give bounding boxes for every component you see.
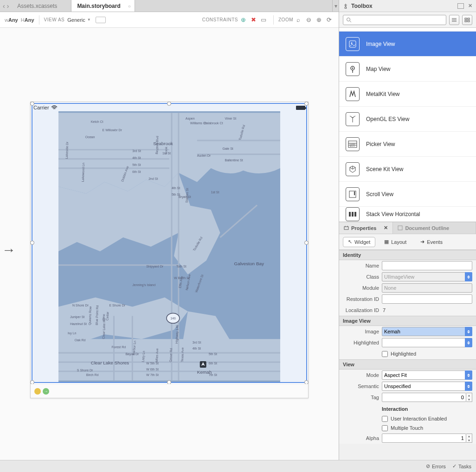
toolbox-header: Toolbox ✕ [339, 0, 476, 12]
highlighted-checkbox[interactable] [382, 351, 388, 357]
status-bar-bottom: ⊘Errors ✓Tasks [0, 460, 476, 472]
exit-icon[interactable] [43, 388, 49, 395]
image-combo[interactable] [382, 327, 472, 336]
svg-text:Ipsum: Ipsum [350, 145, 355, 147]
toolbox-title: Toolbox [351, 3, 373, 9]
toolbox-item-image[interactable]: Image View [339, 32, 476, 57]
tag-input[interactable] [382, 393, 466, 402]
class-combo[interactable] [382, 272, 472, 281]
svg-rect-79 [465, 20, 467, 22]
tab-overflow-icon[interactable]: ▾ [332, 0, 339, 12]
mode-combo[interactable] [382, 370, 472, 380]
nav-fwd-icon[interactable]: › [7, 2, 9, 10]
search-icon [346, 17, 352, 23]
toolbox-item-scroll[interactable]: Scroll View [339, 182, 476, 207]
name-input[interactable] [382, 261, 472, 270]
size-class[interactable]: wAny HAny [5, 17, 34, 23]
toolbox-item-label: Image View [366, 41, 395, 47]
dropdown-icon[interactable] [465, 382, 472, 391]
properties-tab[interactable]: Properties ✕ [339, 222, 393, 234]
tasks-button[interactable]: ✓Tasks [452, 463, 471, 469]
resize-handle[interactable] [304, 241, 309, 245]
svg-rect-94 [354, 191, 355, 195]
properties-subtabs: ↖Widget ▦Layout ➜Events [339, 234, 476, 250]
label-image: Image [343, 329, 382, 334]
errors-button[interactable]: ⊘Errors [426, 463, 446, 469]
restoration-input[interactable] [382, 294, 472, 304]
label-alpha: Alpha [343, 435, 382, 441]
toolbox-item-scene[interactable]: Scene Kit View [339, 157, 476, 182]
toolbox-item-opengl[interactable]: OpenGL ES View [339, 107, 476, 132]
dropdown-icon[interactable]: ▼ [87, 18, 91, 22]
layout-tab[interactable]: ▦Layout [379, 237, 412, 247]
toolbox-item-stackh[interactable]: Stack View Horizontal [339, 207, 476, 222]
resolve-constraints-icon[interactable]: ▭ [260, 16, 267, 24]
resize-handle[interactable] [304, 102, 309, 106]
widget-tab[interactable]: ↖Widget [343, 237, 375, 247]
events-icon: ➜ [420, 239, 425, 245]
resize-handle[interactable] [30, 241, 34, 245]
document-outline-tab[interactable]: Document Outline [393, 222, 476, 234]
toolbox-item-picker[interactable]: LoremIpsumPicker View [339, 132, 476, 157]
remove-constraint-icon[interactable]: ✖ [250, 16, 257, 24]
svg-rect-81 [349, 41, 356, 47]
zoom-in-icon[interactable]: ⊕ [315, 16, 322, 24]
design-canvas[interactable]: → Carrier [0, 28, 339, 472]
events-tab[interactable]: ➜Events [415, 237, 448, 247]
resize-handle[interactable] [30, 102, 34, 106]
toolbox-item-label: Scroll View [366, 191, 393, 198]
zoom-out-icon[interactable]: ⊖ [305, 16, 312, 24]
toolbox-item-label: Stack View Horizontal [366, 211, 420, 217]
label-module: Module [343, 285, 382, 291]
stepper-icon[interactable]: ▲▼ [466, 434, 472, 443]
dock-icon[interactable] [457, 3, 464, 9]
uie-checkbox[interactable] [382, 416, 388, 422]
segue-arrow-icon[interactable]: → [2, 242, 16, 258]
nav-back-icon[interactable]: ‹ [3, 2, 5, 10]
highlighted-combo[interactable] [382, 338, 472, 347]
dropdown-icon[interactable] [465, 370, 472, 380]
uie-label: User Interaction Enabled [391, 416, 447, 421]
toolbox-list: Image ViewMap ViewMetalKit ViewOpenGL ES… [339, 28, 476, 222]
toolbox-item-metal[interactable]: MetalKit View [339, 82, 476, 107]
stackh-icon [346, 207, 360, 221]
tab-assets[interactable]: Assets.xcassets [12, 0, 71, 12]
first-responder-icon[interactable] [34, 388, 41, 395]
selection-rect[interactable] [32, 103, 307, 383]
resize-handle[interactable] [167, 102, 171, 106]
tab-storyboard[interactable]: Main.storyboard ○ [71, 0, 135, 12]
viewas-value[interactable]: Generic [67, 17, 85, 23]
grid-view-icon[interactable] [462, 15, 472, 25]
zoom-fit-icon[interactable]: ⌕ [295, 16, 302, 24]
tab-label: Main.storyboard [77, 3, 120, 9]
semantic-combo[interactable] [382, 382, 472, 391]
interaction-heading: Interaction [382, 404, 472, 413]
dropdown-icon[interactable] [465, 272, 472, 281]
toolbox-icon [343, 3, 348, 9]
zoom-actual-icon[interactable]: ⟳ [325, 16, 333, 24]
tab-close-icon[interactable]: ○ [128, 3, 131, 8]
image-icon [346, 37, 360, 51]
zoom-label: ZOOM [278, 17, 293, 22]
viewas-label: VIEW AS [44, 17, 65, 22]
toolbox-item-pin[interactable]: Map View [339, 57, 476, 82]
svg-rect-78 [468, 18, 470, 19]
add-constraint-icon[interactable]: ⊕ [239, 16, 247, 24]
dropdown-icon[interactable] [465, 338, 472, 347]
close-icon[interactable]: ✕ [468, 3, 472, 9]
check-icon: ✓ [452, 463, 457, 469]
alpha-input[interactable] [382, 434, 466, 443]
scene-icon [346, 162, 360, 176]
module-input[interactable] [382, 283, 472, 293]
tab-label: Assets.xcassets [17, 3, 57, 9]
dropdown-icon[interactable] [465, 327, 472, 336]
opengl-icon [346, 112, 360, 126]
multitouch-checkbox[interactable] [382, 425, 388, 431]
device-preview-icon[interactable] [96, 17, 106, 23]
search-input[interactable] [343, 15, 446, 25]
stepper-icon[interactable]: ▲▼ [466, 393, 472, 402]
close-icon[interactable]: ✕ [384, 225, 388, 231]
list-view-icon[interactable] [449, 15, 459, 25]
svg-point-72 [347, 18, 350, 21]
device-frame: Carrier [30, 102, 309, 398]
